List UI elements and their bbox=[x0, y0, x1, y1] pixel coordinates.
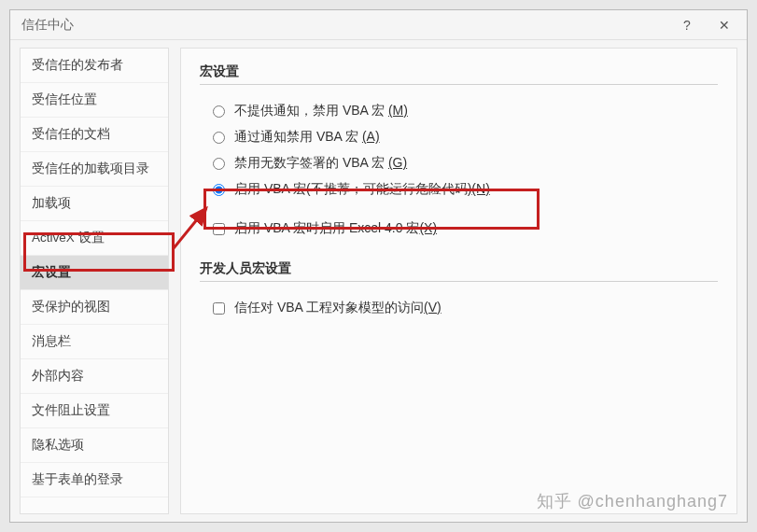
sidebar: 受信任的发布者 受信任位置 受信任的文档 受信任的加载项目录 加载项 Activ… bbox=[20, 48, 169, 514]
checkbox-trust-vba-model[interactable]: 信任对 VBA 工程对象模型的访问(V) bbox=[200, 295, 718, 321]
radio-label: 禁用无数字签署的 VBA 宏 (G) bbox=[234, 155, 407, 172]
radio-disable-no-notice[interactable]: 不提供通知，禁用 VBA 宏 (M) bbox=[213, 98, 718, 124]
radio-input[interactable] bbox=[213, 132, 225, 144]
sidebar-item-trusted-addins[interactable]: 受信任的加载项目录 bbox=[21, 152, 168, 187]
dialog-body: 受信任的发布者 受信任位置 受信任的文档 受信任的加载项目录 加载项 Activ… bbox=[10, 40, 747, 522]
sidebar-item-trusted-publishers[interactable]: 受信任的发布者 bbox=[21, 49, 168, 83]
sidebar-item-activex[interactable]: ActiveX 设置 bbox=[21, 221, 168, 256]
radio-input[interactable] bbox=[213, 158, 225, 170]
sidebar-item-label: 隐私选项 bbox=[32, 438, 84, 452]
radio-enable-all[interactable]: 启用 VBA 宏(不推荐；可能运行危险代码)(N) bbox=[213, 176, 718, 203]
checkbox-input[interactable] bbox=[213, 302, 225, 315]
sidebar-item-label: 加载项 bbox=[32, 196, 71, 210]
sidebar-item-message-bar[interactable]: 消息栏 bbox=[21, 325, 168, 359]
section-title-macro: 宏设置 bbox=[200, 63, 718, 80]
sidebar-item-label: 宏设置 bbox=[32, 265, 71, 279]
sidebar-item-label: 外部内容 bbox=[32, 369, 84, 383]
radio-label: 不提供通知，禁用 VBA 宏 (M) bbox=[234, 103, 408, 119]
sidebar-item-trusted-locations[interactable]: 受信任位置 bbox=[21, 83, 168, 118]
divider bbox=[200, 281, 718, 282]
checkbox-label: 启用 VBA 宏时启用 Excel 4.0 宏(X) bbox=[234, 220, 437, 237]
radio-disable-with-notice[interactable]: 通过通知禁用 VBA 宏 (A) bbox=[213, 124, 718, 150]
trust-center-dialog: 信任中心 ? ✕ 受信任的发布者 受信任位置 受信任的文档 受信任的加载项目录 … bbox=[9, 9, 748, 523]
sidebar-item-label: 受信任位置 bbox=[32, 92, 97, 106]
checkbox-input[interactable] bbox=[213, 223, 225, 235]
content-panel: 宏设置 不提供通知，禁用 VBA 宏 (M) 通过通知禁用 VBA 宏 (A) … bbox=[180, 48, 737, 514]
sidebar-item-macro-settings[interactable]: 宏设置 bbox=[21, 256, 168, 290]
sidebar-item-privacy[interactable]: 隐私选项 bbox=[21, 428, 168, 463]
section-title-developer: 开发人员宏设置 bbox=[200, 260, 718, 277]
sidebar-item-addins[interactable]: 加载项 bbox=[21, 187, 168, 221]
sidebar-item-protected-view[interactable]: 受保护的视图 bbox=[21, 290, 168, 325]
sidebar-item-label: 受信任的发布者 bbox=[32, 58, 123, 72]
sidebar-item-label: ActiveX 设置 bbox=[32, 231, 105, 245]
close-button[interactable]: ✕ bbox=[706, 12, 743, 38]
sidebar-item-label: 消息栏 bbox=[32, 334, 71, 348]
sidebar-item-label: 基于表单的登录 bbox=[32, 472, 123, 486]
checkbox-label: 信任对 VBA 工程对象模型的访问(V) bbox=[234, 300, 442, 316]
radio-label: 启用 VBA 宏(不推荐；可能运行危险代码)(N) bbox=[234, 181, 490, 198]
sidebar-item-label: 受信任的文档 bbox=[32, 127, 110, 141]
divider bbox=[200, 84, 718, 85]
radio-disable-unsigned[interactable]: 禁用无数字签署的 VBA 宏 (G) bbox=[213, 150, 718, 176]
sidebar-item-label: 受保护的视图 bbox=[32, 300, 110, 314]
sidebar-item-external-content[interactable]: 外部内容 bbox=[21, 359, 168, 394]
radio-input[interactable] bbox=[213, 105, 225, 118]
sidebar-item-file-block[interactable]: 文件阻止设置 bbox=[21, 394, 168, 428]
checkbox-excel4-macros[interactable]: 启用 VBA 宏时启用 Excel 4.0 宏(X) bbox=[200, 216, 718, 242]
dialog-title: 信任中心 bbox=[21, 17, 668, 34]
radio-input[interactable] bbox=[213, 184, 225, 196]
radio-label: 通过通知禁用 VBA 宏 (A) bbox=[234, 129, 380, 146]
sidebar-item-trusted-documents[interactable]: 受信任的文档 bbox=[21, 118, 168, 152]
macro-radio-group: 不提供通知，禁用 VBA 宏 (M) 通过通知禁用 VBA 宏 (A) 禁用无数… bbox=[200, 98, 718, 203]
titlebar-buttons: ? ✕ bbox=[668, 12, 743, 38]
titlebar: 信任中心 ? ✕ bbox=[10, 10, 747, 40]
sidebar-item-label: 文件阻止设置 bbox=[32, 403, 110, 417]
sidebar-item-form-login[interactable]: 基于表单的登录 bbox=[21, 463, 168, 497]
sidebar-item-label: 受信任的加载项目录 bbox=[32, 161, 149, 175]
help-button[interactable]: ? bbox=[668, 12, 706, 38]
